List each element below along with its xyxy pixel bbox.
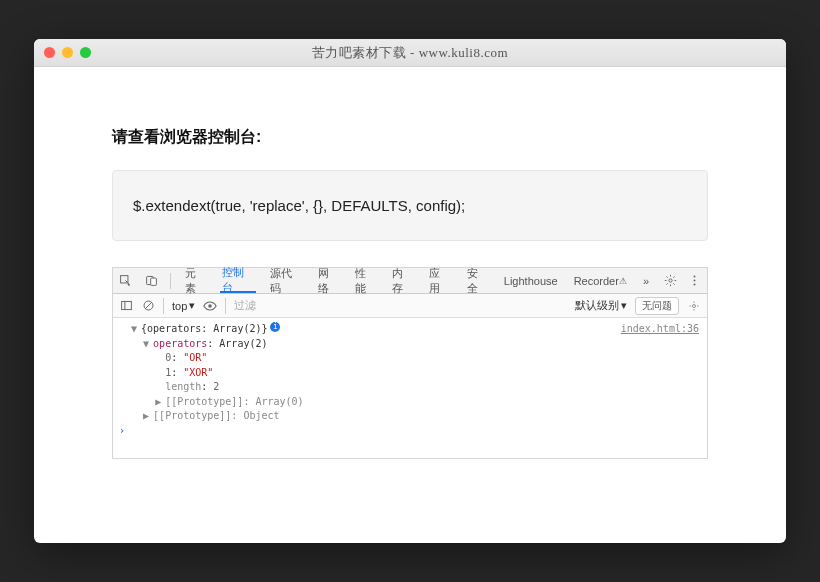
console-line[interactable]: 1: "XOR" bbox=[119, 366, 701, 381]
tab-网络[interactable]: 网络 bbox=[316, 268, 341, 293]
level-selector[interactable]: 默认级别 ▾ bbox=[575, 298, 627, 313]
issues-badge[interactable]: 无问题 bbox=[635, 297, 679, 315]
tab-recorder[interactable]: Recorder ⚠ bbox=[572, 268, 629, 293]
settings-icon[interactable] bbox=[663, 274, 677, 288]
svg-point-5 bbox=[693, 280, 695, 282]
svg-line-10 bbox=[145, 302, 152, 309]
tab-lighthouse[interactable]: Lighthouse bbox=[502, 268, 560, 293]
settings-small-icon[interactable] bbox=[687, 299, 701, 313]
tab-源代码[interactable]: 源代码 bbox=[268, 268, 304, 293]
browser-window: 苦力吧素材下载 - www.kuli8.com 请查看浏览器控制台: $.ext… bbox=[34, 39, 786, 543]
svg-point-11 bbox=[209, 304, 213, 308]
svg-point-12 bbox=[693, 304, 696, 307]
close-icon[interactable] bbox=[44, 47, 55, 58]
console-line[interactable]: ▼operators: Array(2) bbox=[119, 337, 701, 352]
tab-控制台[interactable]: 控制台 bbox=[220, 268, 256, 293]
sidebar-toggle-icon[interactable] bbox=[119, 299, 133, 313]
console-line[interactable]: length: 2 bbox=[119, 380, 701, 395]
minimize-icon[interactable] bbox=[62, 47, 73, 58]
console-line[interactable]: ▶[[Prototype]]: Array(0) bbox=[119, 395, 701, 410]
more-tabs-icon[interactable]: » bbox=[641, 268, 651, 293]
maximize-icon[interactable] bbox=[80, 47, 91, 58]
window-title: 苦力吧素材下载 - www.kuli8.com bbox=[34, 44, 786, 62]
clear-icon[interactable] bbox=[141, 299, 155, 313]
chevron-down-icon: ▾ bbox=[189, 299, 195, 312]
code-block: $.extendext(true, 'replace', {}, DEFAULT… bbox=[112, 170, 708, 241]
separator bbox=[170, 273, 171, 289]
svg-rect-7 bbox=[121, 301, 131, 309]
level-label: 默认级别 bbox=[575, 298, 619, 313]
tab-元素[interactable]: 元素 bbox=[183, 268, 208, 293]
source-link[interactable]: index.html:36 bbox=[621, 322, 699, 337]
devtools-tabs: 元素控制台源代码网络性能内存应用安全LighthouseRecorder ⚠» bbox=[113, 268, 707, 294]
separator bbox=[163, 298, 164, 314]
context-selector[interactable]: top ▾ bbox=[172, 299, 195, 312]
svg-point-3 bbox=[668, 279, 671, 282]
console-subbar: top ▾ 过滤 默认级别 ▾ 无问题 bbox=[113, 294, 707, 318]
console-prompt[interactable]: › bbox=[119, 424, 701, 439]
titlebar: 苦力吧素材下载 - www.kuli8.com bbox=[34, 39, 786, 67]
separator bbox=[225, 298, 226, 314]
svg-point-6 bbox=[693, 284, 695, 286]
console-line[interactable]: ▶[[Prototype]]: Object bbox=[119, 409, 701, 424]
tab-应用[interactable]: 应用 bbox=[427, 268, 452, 293]
window-controls bbox=[44, 47, 91, 58]
console-line[interactable]: 0: "OR" bbox=[119, 351, 701, 366]
filter-input[interactable]: 过滤 bbox=[234, 298, 256, 313]
page-heading: 请查看浏览器控制台: bbox=[112, 127, 708, 148]
device-icon[interactable] bbox=[145, 274, 159, 288]
inspect-icon[interactable] bbox=[119, 274, 133, 288]
page-content: 请查看浏览器控制台: $.extendext(true, 'replace', … bbox=[34, 67, 786, 543]
chevron-down-icon: ▾ bbox=[621, 299, 627, 312]
eye-icon[interactable] bbox=[203, 299, 217, 313]
devtools-panel: 元素控制台源代码网络性能内存应用安全LighthouseRecorder ⚠» bbox=[112, 267, 708, 459]
context-label: top bbox=[172, 300, 187, 312]
svg-point-4 bbox=[693, 275, 695, 277]
tab-性能[interactable]: 性能 bbox=[353, 268, 378, 293]
console-output: index.html:36 ▼{operators: Array(2)}i ▼o… bbox=[113, 318, 707, 458]
svg-rect-2 bbox=[150, 278, 156, 285]
console-line[interactable]: ▼{operators: Array(2)}i bbox=[119, 322, 701, 337]
more-icon[interactable] bbox=[687, 274, 701, 288]
tab-内存[interactable]: 内存 bbox=[390, 268, 415, 293]
tab-安全[interactable]: 安全 bbox=[465, 268, 490, 293]
